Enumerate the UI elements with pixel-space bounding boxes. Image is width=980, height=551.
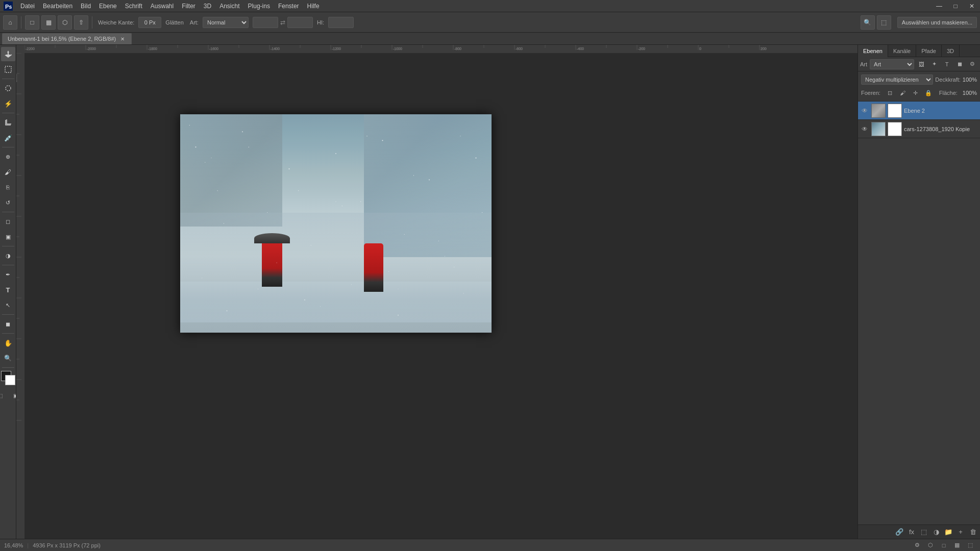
menu-ansicht[interactable]: Ansicht bbox=[215, 0, 243, 12]
layer-thumb-cars bbox=[871, 122, 886, 136]
menu-auswahl[interactable]: Auswahl bbox=[146, 0, 178, 12]
tool-sep-6 bbox=[2, 265, 14, 265]
tab-ebenen[interactable]: Ebenen bbox=[858, 45, 888, 57]
screen-mode-btn[interactable]: ▣ bbox=[9, 388, 17, 403]
status-icon-1[interactable]: ⚙ bbox=[912, 540, 923, 550]
menu-bild[interactable]: Bild bbox=[77, 0, 95, 12]
menu-hilfe[interactable]: Hilfe bbox=[303, 0, 324, 12]
weiche-kante-input[interactable] bbox=[138, 17, 161, 28]
layer-group-btn[interactable]: 📁 bbox=[943, 527, 953, 537]
clone-btn[interactable]: ⎘ bbox=[1, 180, 15, 194]
layer-fx-btn[interactable]: fx bbox=[906, 527, 917, 537]
layer-adjustment-btn[interactable]: ◑ bbox=[931, 527, 941, 537]
hi-field[interactable] bbox=[328, 17, 354, 28]
toolbar-zoom-btn[interactable]: ⬚ bbox=[877, 15, 891, 30]
toolbar-share-btn[interactable]: ⇧ bbox=[74, 15, 88, 30]
status-icon-5[interactable]: ⬚ bbox=[965, 540, 976, 550]
quick-mask-btn[interactable]: ⬚ bbox=[0, 388, 8, 403]
tab-close-btn[interactable]: ✕ bbox=[119, 35, 126, 42]
svg-text:0: 0 bbox=[699, 47, 701, 51]
width-field[interactable] bbox=[253, 17, 278, 28]
layer-item-ebene2[interactable]: 👁 Ebene 2 bbox=[858, 102, 980, 120]
document-tab[interactable]: Unbenannt-1 bei 16,5% (Ebene 2, RGB/8#) … bbox=[2, 33, 132, 44]
magic-wand-btn[interactable]: ⚡ bbox=[1, 96, 15, 111]
canvas-scroll-area[interactable] bbox=[24, 53, 857, 539]
menu-bearbeiten[interactable]: Bearbeiten bbox=[39, 0, 77, 12]
crop-btn[interactable] bbox=[1, 115, 15, 130]
toolbar-save-btn[interactable]: ⬡ bbox=[58, 15, 72, 30]
brush-btn[interactable]: 🖌 bbox=[1, 165, 15, 179]
menu-ebene[interactable]: Ebene bbox=[95, 0, 121, 12]
tab-kanale[interactable]: Kanäle bbox=[888, 45, 916, 57]
maximize-button[interactable]: □ bbox=[947, 0, 964, 12]
height-field[interactable] bbox=[287, 17, 313, 28]
panel-tabs: Ebenen Kanäle Pfade 3D bbox=[858, 45, 980, 57]
menu-plugins[interactable]: Plug-ins bbox=[244, 0, 274, 12]
filter-text-btn[interactable]: T bbox=[941, 59, 952, 69]
dodge-btn[interactable]: ◑ bbox=[1, 248, 15, 263]
lock-transp-btn[interactable]: ⊡ bbox=[885, 88, 896, 98]
menu-datei[interactable]: Datei bbox=[16, 0, 39, 12]
layer-item-cars[interactable]: 👁 cars-1273808_1920 Kopie bbox=[858, 120, 980, 138]
toolbar-sep-2 bbox=[92, 16, 92, 29]
color-picker[interactable] bbox=[1, 371, 15, 385]
filter-smart-btn[interactable]: ⚙ bbox=[967, 59, 978, 69]
lasso-btn[interactable] bbox=[1, 81, 15, 95]
menu-filter[interactable]: Filter bbox=[178, 0, 200, 12]
eyedropper-btn[interactable]: 💉 bbox=[1, 131, 15, 145]
rect-select-btn[interactable] bbox=[1, 62, 15, 77]
menu-3d[interactable]: 3D bbox=[200, 0, 215, 12]
layer-mask-btn[interactable]: ⬚ bbox=[919, 527, 929, 537]
path-select-btn[interactable]: ↖ bbox=[1, 298, 15, 312]
menu-fenster[interactable]: Fenster bbox=[274, 0, 303, 12]
gradient-btn[interactable]: ▣ bbox=[1, 230, 15, 244]
art-filter-select[interactable]: Art bbox=[870, 59, 914, 69]
svg-text:-1000: -1000 bbox=[393, 47, 402, 51]
layers-list: 👁 Ebene 2 👁 cars-1273808_1920 Kopie bbox=[858, 102, 980, 524]
close-button[interactable]: ✕ bbox=[964, 0, 980, 12]
status-icon-4[interactable]: ▦ bbox=[951, 540, 963, 550]
status-right-icons: ⚙ ⬡ □ ▦ ⬚ bbox=[912, 540, 976, 550]
lock-move-btn[interactable]: ✛ bbox=[910, 88, 921, 98]
pen-btn[interactable]: ✒ bbox=[1, 267, 15, 282]
layer-new-btn[interactable]: + bbox=[955, 527, 966, 537]
toolbar-search-btn[interactable]: 🔍 bbox=[861, 15, 875, 30]
filter-kind-btn[interactable]: 🖼 bbox=[916, 59, 927, 69]
filter-shape-btn[interactable]: ◼ bbox=[954, 59, 965, 69]
status-icon-2[interactable]: ⬡ bbox=[925, 540, 936, 550]
building-left bbox=[180, 114, 282, 227]
zoom-tool-btn[interactable]: 🔍 bbox=[1, 351, 15, 365]
toolbar-sep-1 bbox=[21, 16, 21, 29]
blend-mode-select[interactable]: Negativ multiplizieren Normal Multiplizi… bbox=[861, 74, 933, 85]
minimize-button[interactable]: — bbox=[931, 0, 947, 12]
layer-eye-ebene2[interactable]: 👁 bbox=[860, 106, 869, 115]
figure-red-2 bbox=[364, 243, 383, 292]
hand-btn[interactable]: ✋ bbox=[1, 336, 15, 350]
eraser-btn[interactable]: ◻ bbox=[1, 214, 15, 229]
text-btn[interactable]: T bbox=[1, 283, 15, 297]
swap-icon[interactable]: ⇄ bbox=[280, 19, 285, 26]
svg-text:-2000: -2000 bbox=[87, 47, 96, 51]
history-brush-btn[interactable]: ↺ bbox=[1, 195, 15, 210]
ruler-vertical: -2000 bbox=[16, 53, 24, 539]
menu-schrift[interactable]: Schrift bbox=[121, 0, 146, 12]
svg-text:-400: -400 bbox=[577, 47, 584, 51]
status-icon-3[interactable]: □ bbox=[938, 540, 949, 550]
lock-paint-btn[interactable]: 🖌 bbox=[897, 88, 909, 98]
shape-btn[interactable]: ◼ bbox=[1, 317, 15, 331]
filter-adjustment-btn[interactable]: ✦ bbox=[928, 59, 940, 69]
tool-sep-4 bbox=[2, 212, 14, 212]
healing-btn[interactable]: ⊕ bbox=[1, 149, 15, 164]
tab-3d[interactable]: 3D bbox=[942, 45, 960, 57]
layer-delete-btn[interactable]: 🗑 bbox=[968, 527, 978, 537]
layer-eye-cars[interactable]: 👁 bbox=[860, 124, 869, 134]
toolbar-open-btn[interactable]: ▦ bbox=[41, 15, 56, 30]
select-mask-button[interactable]: Auswählen und maskieren... bbox=[897, 17, 977, 28]
toolbar-home-btn[interactable]: ⌂ bbox=[3, 15, 17, 30]
lock-all-btn[interactable]: 🔒 bbox=[923, 88, 934, 98]
layer-link-btn[interactable]: 🔗 bbox=[894, 527, 904, 537]
art-select[interactable]: Normal Festgelegt auf Muster Festgelegte… bbox=[203, 17, 249, 28]
tab-pfade[interactable]: Pfade bbox=[916, 45, 942, 57]
toolbar-new-btn[interactable]: □ bbox=[25, 15, 39, 30]
move-tool-btn[interactable] bbox=[1, 47, 15, 61]
